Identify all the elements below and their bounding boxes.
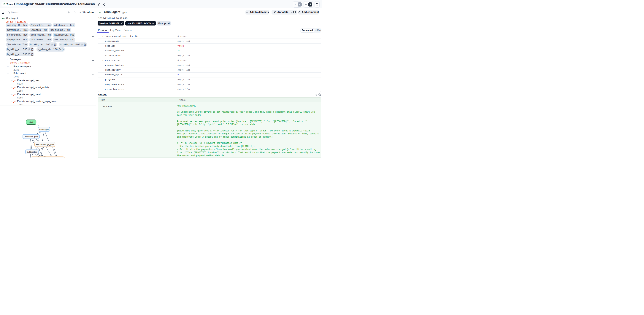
svg-text:__start__: __start__: [27, 121, 35, 123]
svg-text:Preprocess query: Preprocess query: [24, 136, 38, 138]
svg-text:Execute tool: get_user: Execute tool: get_user: [36, 144, 54, 146]
svg-text:Build context: Build context: [27, 151, 37, 153]
svg-text:Omni-agent: Omni-agent: [40, 129, 49, 131]
